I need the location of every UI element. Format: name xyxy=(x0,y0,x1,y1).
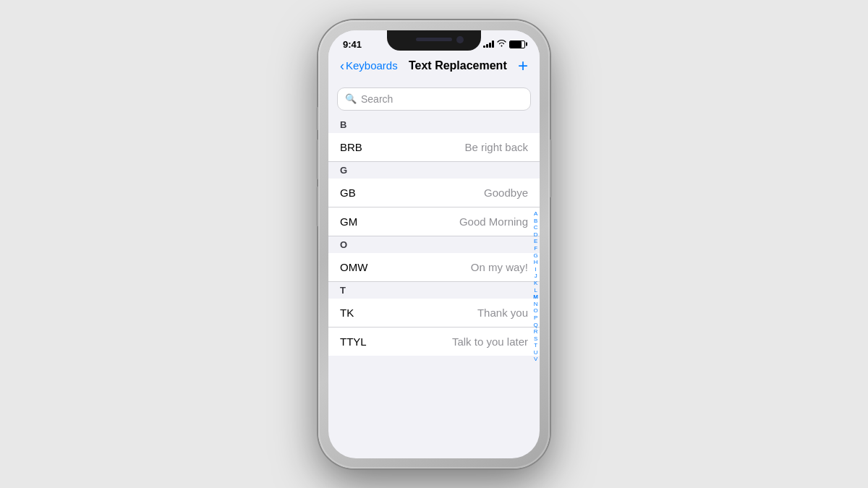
alpha-c[interactable]: C xyxy=(534,225,538,232)
search-container: 🔍 Search xyxy=(328,82,540,116)
status-icons xyxy=(483,40,525,48)
alpha-o[interactable]: O xyxy=(534,308,538,315)
page-title: Text Replacement xyxy=(409,59,507,72)
item-shortcut: TTYL xyxy=(340,335,367,348)
item-phrase: Goodbye xyxy=(484,187,528,199)
back-label: Keyboards xyxy=(346,59,398,72)
nav-bar: ‹ Keyboards Text Replacement + xyxy=(328,53,540,82)
volume-down-button xyxy=(316,187,318,226)
item-phrase: Thank you xyxy=(477,307,528,319)
alpha-v[interactable]: V xyxy=(534,356,537,364)
item-shortcut: BRB xyxy=(340,141,362,153)
status-time: 9:41 xyxy=(343,39,362,50)
alpha-n[interactable]: N xyxy=(534,301,538,308)
search-placeholder: Search xyxy=(361,93,393,105)
alpha-e[interactable]: E xyxy=(534,239,537,246)
section-header-o: O xyxy=(328,236,540,253)
item-shortcut: GM xyxy=(340,215,357,228)
alpha-k[interactable]: K xyxy=(534,280,537,287)
item-phrase: Talk to you later xyxy=(452,335,528,348)
alpha-u[interactable]: U xyxy=(534,349,538,356)
item-phrase: On my way! xyxy=(471,261,528,273)
alpha-s[interactable]: S xyxy=(534,335,537,343)
alpha-index[interactable]: A B C D E F G H I J K L M N O xyxy=(533,210,538,363)
alpha-q[interactable]: Q xyxy=(534,322,538,329)
screen-content: 9:41 xyxy=(328,30,540,458)
alpha-j[interactable]: J xyxy=(535,273,537,281)
list-item[interactable]: TK Thank you xyxy=(328,299,540,328)
section-header-b: B xyxy=(328,116,540,133)
phone-body: 9:41 xyxy=(318,20,550,468)
speaker xyxy=(416,38,452,41)
search-bar[interactable]: 🔍 Search xyxy=(337,87,531,111)
alpha-f[interactable]: F xyxy=(534,245,537,252)
alpha-i[interactable]: I xyxy=(535,266,537,273)
back-button[interactable]: ‹ Keyboards xyxy=(340,59,398,72)
item-shortcut: OMW xyxy=(340,261,367,273)
alpha-b[interactable]: B xyxy=(534,218,537,225)
alpha-m[interactable]: M xyxy=(533,294,538,301)
content-area: B BRB Be right back G GB Goodbye GM xyxy=(328,116,540,458)
search-icon: 🔍 xyxy=(345,93,357,104)
alpha-t[interactable]: T xyxy=(534,343,537,350)
list-item[interactable]: GM Good Morning xyxy=(328,207,540,236)
item-phrase: Be right back xyxy=(464,141,528,153)
item-shortcut: GB xyxy=(340,187,356,199)
alpha-d[interactable]: D xyxy=(534,231,538,239)
battery-icon xyxy=(509,40,525,48)
phone-screen: 9:41 xyxy=(328,30,540,458)
alpha-r[interactable]: R xyxy=(534,329,538,336)
list-item[interactable]: TTYL Talk to you later xyxy=(328,328,540,356)
notch xyxy=(387,30,481,51)
alpha-a[interactable]: A xyxy=(534,210,537,218)
power-button xyxy=(550,140,552,197)
add-button[interactable]: + xyxy=(518,56,528,76)
section-header-g: G xyxy=(328,162,540,179)
item-phrase: Good Morning xyxy=(459,215,528,228)
alpha-l[interactable]: L xyxy=(534,287,537,294)
list-item[interactable]: GB Goodbye xyxy=(328,179,540,207)
chevron-left-icon: ‹ xyxy=(340,59,344,72)
phone-device: 9:41 xyxy=(318,20,550,468)
mute-button xyxy=(316,107,318,130)
wifi-icon xyxy=(497,40,506,48)
list-item[interactable]: OMW On my way! xyxy=(328,253,540,282)
volume-up-button xyxy=(316,140,318,179)
list-container: B BRB Be right back G GB Goodbye GM xyxy=(328,116,540,356)
signal-icon xyxy=(483,40,494,48)
alpha-p[interactable]: P xyxy=(534,314,537,322)
camera xyxy=(456,36,464,43)
list-item[interactable]: BRB Be right back xyxy=(328,133,540,162)
item-shortcut: TK xyxy=(340,307,354,319)
section-header-t: T xyxy=(328,282,540,299)
alpha-h[interactable]: H xyxy=(534,260,538,267)
alpha-g[interactable]: G xyxy=(534,252,538,260)
